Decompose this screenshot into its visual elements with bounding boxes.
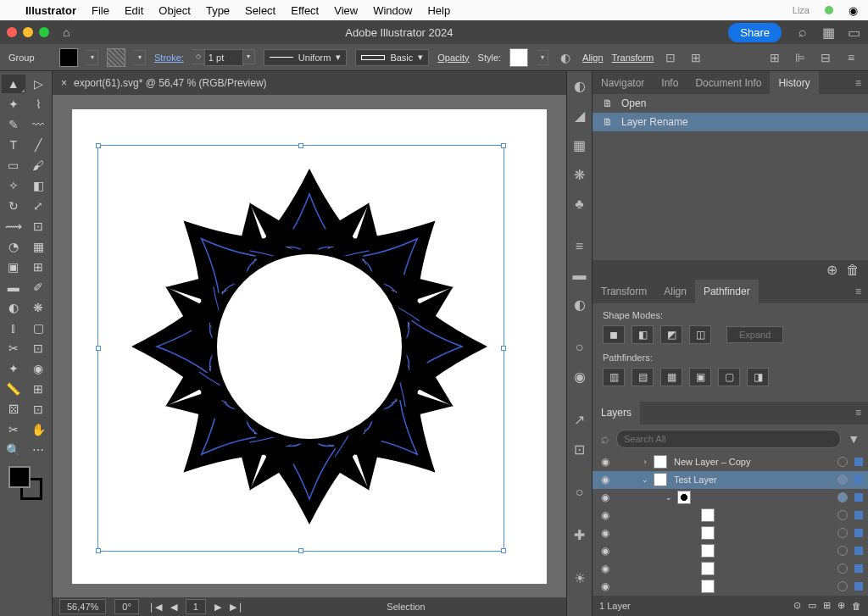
target-icon[interactable]: [837, 563, 848, 574]
document-tab[interactable]: × export(61).svg* @ 56,47 % (RGB/Preview…: [53, 71, 566, 95]
cc-icon[interactable]: ◉: [849, 4, 858, 17]
stroke-stepper[interactable]: ◇: [192, 49, 204, 64]
paintbrush-tool[interactable]: 🖌: [27, 156, 51, 175]
snap-pixel-icon[interactable]: ⊞: [766, 49, 783, 66]
layer-name[interactable]: New Layer – Copy: [670, 457, 834, 467]
menu-effect[interactable]: Effect: [291, 4, 319, 17]
layer-color-chip[interactable]: [854, 564, 863, 573]
appearance-dock-icon[interactable]: ○: [576, 340, 584, 355]
selection-handle[interactable]: [96, 346, 101, 351]
dice-tool[interactable]: ⚄: [2, 400, 25, 419]
disclosure-icon[interactable]: ⌄: [664, 493, 674, 502]
blend-tool[interactable]: ◐: [2, 298, 25, 317]
workspace-icon[interactable]: ▭: [846, 25, 861, 40]
panel-menu-icon[interactable]: ≡: [849, 77, 868, 89]
print-tiling-tool[interactable]: ⊞: [27, 380, 51, 398]
merge-button[interactable]: ▦: [660, 368, 682, 386]
share-button[interactable]: Share: [728, 23, 782, 42]
crop-button[interactable]: ▣: [689, 368, 711, 386]
layer-row[interactable]: ◉: [593, 507, 868, 524]
artboard-nav-prev-icon[interactable]: ◀: [170, 602, 177, 613]
search-icon[interactable]: ⌕: [795, 25, 810, 40]
layers-clip-icon[interactable]: ▭: [808, 600, 816, 611]
rotate-tool[interactable]: ↻: [2, 197, 25, 215]
tab-align[interactable]: Align: [655, 280, 695, 302]
fill-stroke-control[interactable]: [8, 466, 42, 500]
transform-link[interactable]: Transform: [612, 53, 654, 63]
curvature-tool[interactable]: 〰: [27, 115, 51, 134]
fill-dropdown[interactable]: ▾: [86, 50, 98, 65]
rectangle-tool[interactable]: ▭: [2, 156, 25, 175]
color-dock-icon[interactable]: ◢: [575, 108, 585, 124]
opacity-link[interactable]: Opacity: [437, 53, 469, 63]
selection-handle[interactable]: [96, 548, 101, 553]
edit-toolbar[interactable]: ⋯: [27, 441, 51, 459]
isolate-icon[interactable]: ⊡: [662, 49, 679, 66]
artboard-nav-next-icon[interactable]: ▶: [214, 602, 221, 613]
layers-locate-icon[interactable]: ⊙: [793, 600, 801, 611]
prefs-icon[interactable]: ⊟: [817, 49, 834, 66]
panel-menu-icon[interactable]: ≡: [843, 49, 860, 66]
minus-front-button[interactable]: ◧: [632, 325, 654, 344]
intersect-button[interactable]: ◩: [660, 325, 682, 344]
artboard-tool[interactable]: ▢: [27, 319, 51, 337]
layer-color-chip[interactable]: [854, 475, 863, 484]
menu-help[interactable]: Help: [427, 4, 450, 17]
stroke-swatch[interactable]: [107, 48, 125, 67]
graphic-styles-dock-icon[interactable]: ◉: [574, 369, 586, 385]
stroke-weight-dropdown[interactable]: ▾: [243, 49, 255, 64]
variable-width-profile[interactable]: Uniform▾: [264, 49, 348, 66]
history-item[interactable]: 🗎Layer Rename: [593, 113, 868, 131]
brush-definition[interactable]: Basic▾: [355, 49, 429, 66]
eyedropper-tool[interactable]: ✐: [27, 278, 51, 297]
target-icon[interactable]: [837, 528, 848, 538]
selection-bounds[interactable]: [97, 145, 504, 552]
export-dock-icon[interactable]: ↗: [574, 412, 585, 428]
home-icon[interactable]: ⌂: [63, 25, 70, 39]
exclude-button[interactable]: ◫: [689, 325, 711, 344]
layer-row[interactable]: ◉: [593, 560, 868, 578]
layer-name[interactable]: Test Layer: [670, 474, 834, 485]
stroke-dock-icon[interactable]: ≡: [576, 239, 583, 254]
close-window-button[interactable]: [7, 27, 17, 37]
artboard-nav-first-icon[interactable]: ❘◀: [147, 602, 162, 613]
direct-selection-tool[interactable]: ▷: [27, 75, 51, 93]
layers-new-sublayer-icon[interactable]: ⊞: [823, 600, 831, 611]
layer-row[interactable]: ◉: [593, 578, 868, 596]
filter-icon[interactable]: ▼: [848, 432, 860, 446]
eraser-tool[interactable]: ◧: [27, 176, 51, 195]
symbols-dock-icon[interactable]: ♣: [575, 197, 584, 212]
layer-color-chip[interactable]: [854, 493, 863, 502]
layer-row[interactable]: ◉⌄Test Layer: [593, 471, 868, 489]
recolor-icon[interactable]: ◐: [557, 49, 574, 66]
panel-menu-icon[interactable]: ≡: [849, 286, 868, 297]
tab-navigator[interactable]: Navigator: [593, 71, 653, 94]
pen-tool[interactable]: ✎: [2, 115, 25, 134]
target-icon[interactable]: [837, 492, 848, 502]
visibility-icon[interactable]: ◉: [598, 527, 613, 539]
stroke-weight-field[interactable]: [204, 49, 243, 66]
menu-window[interactable]: Window: [373, 4, 412, 17]
layers-search-input[interactable]: [616, 430, 841, 448]
hand-tool[interactable]: ✋: [27, 420, 51, 439]
tab-transform[interactable]: Transform: [593, 280, 655, 302]
target-icon[interactable]: [837, 457, 848, 467]
gradient-tool[interactable]: ▬: [2, 278, 25, 297]
target-icon[interactable]: [837, 510, 848, 520]
layer-color-chip[interactable]: [854, 547, 863, 555]
shape-builder-tool[interactable]: ◔: [2, 237, 25, 256]
selection-tool[interactable]: ▲: [2, 75, 25, 93]
selection-handle[interactable]: [501, 143, 506, 148]
arrange-docs-icon[interactable]: ▦: [821, 25, 836, 40]
measure-tool[interactable]: 📏: [2, 380, 25, 398]
gradient-dock-icon[interactable]: ▬: [573, 268, 587, 283]
rotate-field[interactable]: 0°: [114, 599, 139, 614]
selection-handle[interactable]: [298, 143, 303, 148]
free-transform-tool[interactable]: ⊡: [27, 217, 51, 236]
lasso-tool[interactable]: ⌇: [27, 95, 51, 114]
zoom-tool[interactable]: 🔍: [2, 441, 25, 459]
fill-swatch[interactable]: [59, 48, 78, 67]
menu-object[interactable]: Object: [159, 4, 191, 17]
divide-button[interactable]: ▥: [603, 368, 625, 386]
swatches-dock-icon[interactable]: ▦: [573, 137, 586, 153]
